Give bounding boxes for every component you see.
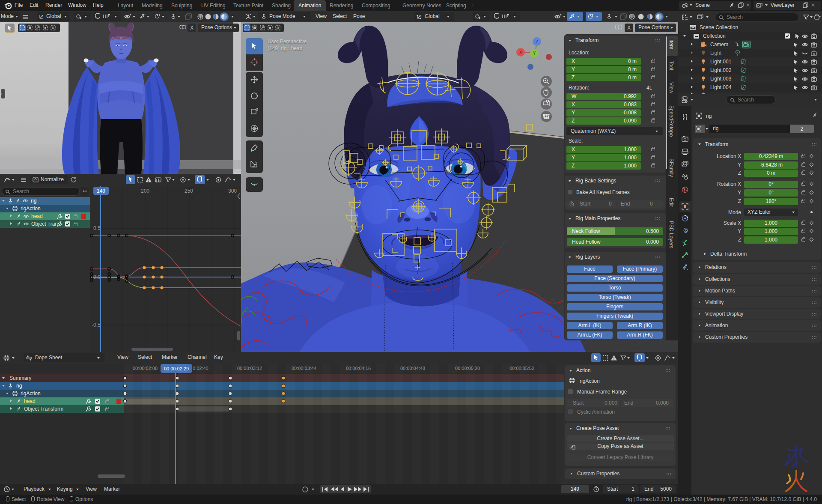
svg-text:X: X bbox=[519, 50, 522, 55]
svg-text:200: 200 bbox=[141, 188, 149, 194]
svg-text:-0.5: -0.5 bbox=[92, 322, 101, 328]
svg-text:0.5: 0.5 bbox=[93, 225, 101, 231]
svg-text:Z: Z bbox=[536, 39, 538, 44]
svg-text:00:00:02:29: 00:00:02:29 bbox=[164, 366, 189, 371]
svg-text:Y: Y bbox=[533, 51, 536, 56]
svg-text:250: 250 bbox=[185, 188, 193, 194]
svg-text:300: 300 bbox=[228, 188, 237, 194]
svg-text:149: 149 bbox=[97, 188, 105, 194]
svg-text:0.0: 0.0 bbox=[93, 274, 101, 280]
